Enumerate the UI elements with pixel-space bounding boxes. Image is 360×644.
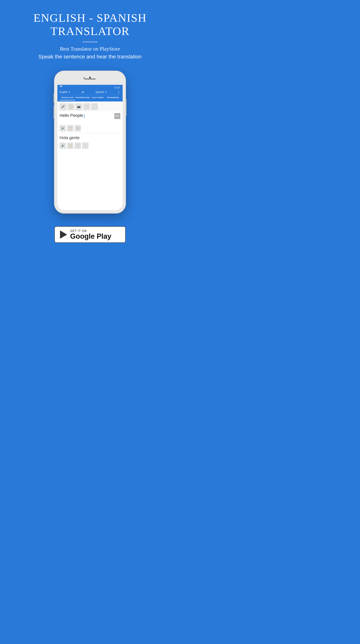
- text-cursor: [84, 114, 84, 118]
- translated-text: Hola gente: [60, 135, 120, 140]
- main-title: ENGLISH - SPANISH TRANSLATOR: [33, 11, 147, 38]
- history-button[interactable]: 🕐: [91, 103, 98, 110]
- header-section: ENGLISH - SPANISH TRANSLATOR Best Transl…: [33, 11, 147, 60]
- phone-top: [57, 74, 123, 85]
- app-tabs: TRANSLATOR CONVERSATION DAILY WORD CROSS…: [60, 95, 120, 100]
- play-badge-wrapper: GET IT ON Google Play: [54, 226, 126, 243]
- phone-mockup: ⌨ 11:23 English ▼ ⇄ Spanish ▼: [54, 71, 126, 213]
- swap-icon[interactable]: ⇄: [80, 90, 86, 94]
- screen: ⌨ 11:23 English ▼ ⇄ Spanish ▼: [57, 85, 123, 210]
- lang-to-label: Spanish: [95, 90, 104, 94]
- phone-frame: ⌨ 11:23 English ▼ ⇄ Spanish ▼: [54, 71, 126, 213]
- phone-vol-btn: [53, 94, 54, 103]
- tagline: Speak the sentence and hear the translat…: [33, 54, 147, 60]
- app-header: ⌨ 11:23 English ▼ ⇄ Spanish ▼: [57, 85, 123, 102]
- earpiece-dot: [89, 76, 91, 78]
- translate-icon: 文A: [116, 114, 119, 118]
- speak-translation-button[interactable]: 🔊: [60, 142, 66, 149]
- tab-conversation[interactable]: CONVERSATION: [75, 95, 90, 100]
- phone-speaker: [84, 78, 96, 80]
- copy-translation-button[interactable]: 📋: [67, 142, 74, 149]
- title-divider: [83, 42, 97, 42]
- lang-to-arrow: ▼: [105, 91, 107, 93]
- translation-action-row: 🔊 📋 ⤴ ♡: [60, 142, 120, 150]
- lang-from-label: English: [60, 90, 68, 94]
- phone-power-btn: [126, 99, 127, 116]
- status-time: 11:23: [114, 86, 120, 89]
- favorites-button[interactable]: ♡: [83, 103, 90, 110]
- status-bar: ⌨ 11:23: [60, 86, 120, 89]
- phone-inner: ⌨ 11:23 English ▼ ⇄ Spanish ▼: [57, 74, 123, 210]
- play-text-block: GET IT ON Google Play: [70, 229, 111, 240]
- phone-vol-btn2: [53, 106, 54, 119]
- subtitle: Best Translator on PlayStore: [33, 46, 147, 52]
- input-area[interactable]: Hello People 文A: [57, 111, 123, 124]
- lang-from-selector[interactable]: English ▼: [60, 90, 70, 94]
- lang-to-selector[interactable]: Spanish ▼: [95, 90, 107, 94]
- translation-area: Hola gente 🔊 📋 ⤴ ♡: [57, 133, 123, 151]
- mic-button[interactable]: 🎤: [60, 103, 66, 110]
- google-play-label: Google Play: [70, 233, 111, 240]
- keyboard-icon: ⌨: [60, 85, 62, 87]
- copy-input-button[interactable]: 📋: [67, 125, 74, 132]
- tab-translator[interactable]: TRANSLATOR: [60, 95, 75, 100]
- favorite-translation-button[interactable]: ♡: [82, 142, 89, 149]
- clear-button[interactable]: 🗑: [75, 125, 81, 132]
- tab-daily-word[interactable]: DAILY WORD: [90, 95, 105, 100]
- lang-bar: English ▼ ⇄ Spanish ▼ ⋮: [60, 89, 120, 95]
- toolbar-row: 🎤 📋 📷 ♡ 🕐: [57, 102, 123, 111]
- lang-from-arrow: ▼: [68, 91, 70, 93]
- tab-crossword[interactable]: CROSSWORD: [105, 95, 120, 100]
- play-store-badge[interactable]: GET IT ON Google Play: [54, 226, 126, 243]
- camera-button[interactable]: 📷: [75, 103, 82, 110]
- input-text: Hello People: [60, 113, 83, 118]
- more-menu-icon[interactable]: ⋮: [117, 90, 120, 94]
- play-icon: [60, 230, 67, 239]
- speak-button[interactable]: 🔊: [60, 125, 66, 132]
- clipboard-button[interactable]: 📋: [68, 103, 74, 110]
- translate-button[interactable]: 文A: [114, 113, 120, 119]
- share-button[interactable]: ⤴: [75, 142, 81, 149]
- input-action-row: 🔊 📋 🗑: [57, 124, 123, 133]
- get-it-on-label: GET IT ON: [70, 229, 111, 233]
